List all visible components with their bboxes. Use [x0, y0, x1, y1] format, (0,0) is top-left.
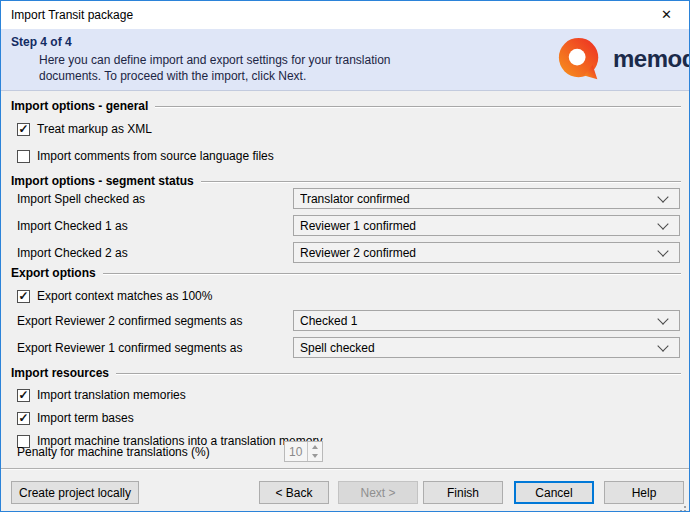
section-divider	[116, 373, 681, 375]
chevron-down-icon	[657, 218, 668, 229]
title-bar: Import Transit package ✕	[1, 1, 689, 29]
help-button[interactable]: Help	[604, 481, 684, 504]
wizard-description-line2: documents. To proceed with the import, c…	[39, 68, 391, 84]
memoq-logo-text: memoq	[613, 36, 690, 81]
checkbox-icon[interactable]	[17, 412, 30, 425]
checkbox-import-translation-memories[interactable]: Import translation memories	[17, 387, 186, 403]
checkbox-import-term-bases[interactable]: Import term bases	[17, 410, 134, 426]
section-import-resources: Import resources	[11, 365, 681, 380]
checkbox-icon[interactable]	[17, 150, 30, 163]
penalty-value: 10	[285, 442, 307, 461]
spinner-buttons	[307, 442, 322, 461]
section-title: Export options	[11, 266, 96, 280]
back-button[interactable]: < Back	[259, 481, 329, 504]
import-checked-1-as-select[interactable]: Reviewer 1 confirmed	[293, 215, 680, 236]
wizard-description-line1: Here you can define import and export se…	[39, 52, 391, 68]
chevron-down-icon	[657, 340, 668, 351]
select-value: Reviewer 2 confirmed	[300, 246, 659, 260]
memoq-logo-icon	[557, 36, 602, 81]
select-value: Spell checked	[300, 341, 659, 355]
checkbox-label: Treat markup as XML	[37, 122, 152, 136]
export-reviewer-1-select[interactable]: Spell checked	[293, 337, 680, 358]
import-transit-package-dialog: Import Transit package ✕ Step 4 of 4 Her…	[0, 0, 690, 512]
section-divider	[103, 273, 681, 275]
label-export-reviewer-1: Export Reviewer 1 confirmed segments as	[17, 341, 242, 355]
chevron-down-icon	[657, 313, 668, 324]
section-import-options-segment-status: Import options - segment status	[11, 173, 681, 188]
section-title: Import options - general	[11, 99, 148, 113]
section-export-options: Export options	[11, 265, 681, 280]
label-import-spell-checked-as: Import Spell checked as	[17, 192, 145, 206]
section-title: Import options - segment status	[11, 174, 194, 188]
wizard-step-title: Step 4 of 4	[11, 35, 72, 49]
checkbox-treat-markup-as-xml[interactable]: Treat markup as XML	[17, 121, 152, 137]
spinner-up-icon	[308, 442, 322, 452]
footer-divider	[1, 468, 689, 470]
section-import-options-general: Import options - general	[11, 98, 681, 113]
import-checked-2-as-select[interactable]: Reviewer 2 confirmed	[293, 242, 680, 263]
checkbox-label: Import term bases	[37, 411, 134, 425]
resize-grip-icon[interactable]	[684, 506, 686, 508]
close-icon[interactable]: ✕	[644, 1, 689, 28]
checkbox-icon[interactable]	[17, 389, 30, 402]
cancel-button[interactable]: Cancel	[514, 481, 594, 504]
checkbox-label: Import translation memories	[37, 388, 186, 402]
select-value: Checked 1	[300, 314, 659, 328]
memoq-logo: memoq	[557, 36, 690, 81]
export-reviewer-2-select[interactable]: Checked 1	[293, 310, 680, 331]
label-import-checked-2-as: Import Checked 2 as	[17, 246, 128, 260]
label-export-reviewer-2: Export Reviewer 2 confirmed segments as	[17, 314, 242, 328]
import-spell-checked-as-select[interactable]: Translator confirmed	[293, 188, 680, 209]
window-title: Import Transit package	[11, 8, 133, 22]
finish-button[interactable]: Finish	[423, 481, 503, 504]
create-project-locally-button[interactable]: Create project locally	[11, 481, 139, 504]
section-divider	[155, 106, 681, 108]
spinner-down-icon	[308, 452, 322, 462]
checkbox-label: Export context matches as 100%	[37, 289, 212, 303]
checkbox-icon[interactable]	[17, 290, 30, 303]
label-penalty-machine-translations: Penalty for machine translations (%)	[17, 445, 210, 459]
select-value: Translator confirmed	[300, 192, 659, 206]
section-divider	[201, 181, 681, 183]
checkbox-icon[interactable]	[17, 123, 30, 136]
chevron-down-icon	[657, 191, 668, 202]
wizard-header: Step 4 of 4 Here you can define import a…	[1, 29, 689, 91]
checkbox-import-comments[interactable]: Import comments from source language fil…	[17, 148, 274, 164]
select-value: Reviewer 1 confirmed	[300, 219, 659, 233]
checkbox-export-context-matches[interactable]: Export context matches as 100%	[17, 288, 212, 304]
next-button: Next >	[338, 481, 418, 504]
penalty-spinner: 10	[284, 441, 323, 462]
checkbox-label: Import comments from source language fil…	[37, 149, 274, 163]
chevron-down-icon	[657, 245, 668, 256]
label-import-checked-1-as: Import Checked 1 as	[17, 219, 128, 233]
wizard-description: Here you can define import and export se…	[39, 52, 391, 84]
section-title: Import resources	[11, 366, 109, 380]
